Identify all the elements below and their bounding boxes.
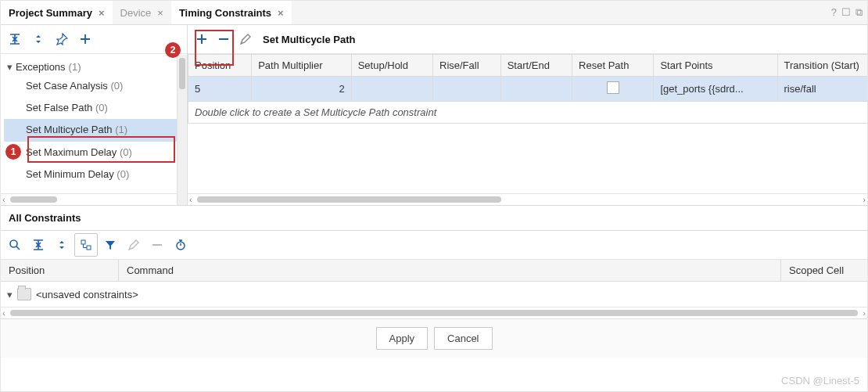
apply-button[interactable]: Apply xyxy=(376,327,429,350)
tree-mode-icon[interactable] xyxy=(74,233,98,257)
close-icon[interactable]: × xyxy=(278,8,284,18)
right-toolbar: Set Multicycle Path xyxy=(188,25,867,54)
collapse-all-icon[interactable] xyxy=(27,234,49,256)
add-icon[interactable] xyxy=(74,28,96,50)
right-title: Set Multicycle Path xyxy=(263,34,355,45)
unsaved-row[interactable]: ▾ <unsaved constraints> xyxy=(5,286,863,302)
cell-position[interactable]: 5 xyxy=(188,77,252,102)
pin-icon[interactable] xyxy=(51,28,73,50)
left-toolbar xyxy=(1,25,187,54)
svg-point-0 xyxy=(10,240,17,247)
tree-group-count: (1) xyxy=(69,61,81,73)
cell-startend[interactable] xyxy=(500,77,572,102)
tab-timing-constraints[interactable]: Timing Constraints × xyxy=(171,1,292,24)
watermark: CSDN @Linest-5 xyxy=(781,375,859,387)
folder-icon xyxy=(17,288,31,300)
col-position[interactable]: Position xyxy=(1,260,119,281)
tree-item-multicycle-path[interactable]: Set Multicycle Path (1) xyxy=(4,119,184,141)
help-icon[interactable]: ? xyxy=(831,6,837,19)
expand-all-icon[interactable] xyxy=(27,28,49,50)
bottom-toolbar xyxy=(1,231,867,260)
tab-label: Device xyxy=(120,7,152,19)
constraint-grid[interactable]: Position Path Multiplier Setup/Hold Rise… xyxy=(188,54,867,193)
tree-item-max-delay[interactable]: Set Maximum Delay (0) xyxy=(4,142,184,164)
left-pane: ▾ Exceptions (1) Set Case Analysis (0) S… xyxy=(1,25,188,205)
add-constraint-button[interactable] xyxy=(191,28,213,50)
col-position[interactable]: Position xyxy=(188,55,252,77)
tab-label: Timing Constraints xyxy=(179,7,271,19)
grid-header-row: Position Path Multiplier Setup/Hold Rise… xyxy=(188,55,868,77)
col-multiplier[interactable]: Path Multiplier xyxy=(252,55,352,77)
cell-transition[interactable]: rise/fall xyxy=(777,77,867,102)
col-transition-start[interactable]: Transition (Start) xyxy=(777,55,867,77)
cancel-button[interactable]: Cancel xyxy=(434,327,492,350)
restore-icon[interactable]: ⧉ xyxy=(855,6,863,19)
bottom-hscroll[interactable]: ‹› xyxy=(1,307,867,318)
svg-rect-1 xyxy=(81,240,85,244)
scroll-right-icon[interactable]: › xyxy=(863,308,866,318)
remove-constraint-button[interactable] xyxy=(213,28,235,50)
callout-2: 2 xyxy=(165,42,181,58)
scroll-left-icon[interactable]: ‹ xyxy=(2,308,5,318)
edit-icon xyxy=(123,234,145,256)
expand-all-icon[interactable] xyxy=(51,234,73,256)
right-pane: Set Multicycle Path Position Path Multip… xyxy=(188,25,867,205)
bottom-body: ▾ <unsaved constraints> xyxy=(1,282,867,307)
main-row: ▾ Exceptions (1) Set Case Analysis (0) S… xyxy=(1,25,867,206)
edit-constraint-button[interactable] xyxy=(235,28,256,50)
chevron-down-icon: ▾ xyxy=(7,61,13,73)
constraint-tree: ▾ Exceptions (1) Set Case Analysis (0) S… xyxy=(1,54,187,193)
button-row: Apply Cancel xyxy=(1,318,867,358)
search-icon[interactable] xyxy=(4,234,26,256)
callout-1: 1 xyxy=(5,144,21,160)
col-rise-fall[interactable]: Rise/Fall xyxy=(433,55,501,77)
col-start-points[interactable]: Start Points xyxy=(654,55,777,77)
hint-row[interactable]: Double click to create a Set Multicycle … xyxy=(188,102,868,124)
scroll-right-icon[interactable]: › xyxy=(863,195,866,204)
col-setup-hold[interactable]: Setup/Hold xyxy=(351,55,432,77)
close-icon[interactable]: × xyxy=(99,8,105,18)
tree-item-min-delay[interactable]: Set Minimum Delay (0) xyxy=(4,164,184,185)
tab-label: Project Summary xyxy=(9,7,92,19)
col-command[interactable]: Command xyxy=(119,260,781,281)
close-icon[interactable]: × xyxy=(157,8,163,18)
tabbar: Project Summary × Device × Timing Constr… xyxy=(1,1,867,25)
bottom-header-row: Position Command Scoped Cell xyxy=(1,260,867,282)
table-row[interactable]: 5 2 [get_ports {{sdrd... rise/fall xyxy=(188,77,868,102)
col-reset-path[interactable]: Reset Path xyxy=(572,55,654,77)
remove-icon xyxy=(146,234,168,256)
tree-item-false-path[interactable]: Set False Path (0) xyxy=(4,97,184,119)
all-constraints-title: All Constraints xyxy=(1,206,867,231)
bottom-pane: All Constraints Position Command Scoped … xyxy=(1,206,867,391)
scroll-left-icon[interactable]: ‹ xyxy=(189,195,192,204)
vertical-scrollbar[interactable] xyxy=(177,55,187,205)
chevron-down-icon[interactable]: ▾ xyxy=(7,289,13,300)
cell-multiplier[interactable]: 2 xyxy=(252,77,352,102)
maximize-icon[interactable]: ☐ xyxy=(841,6,851,19)
cell-setup[interactable] xyxy=(351,77,432,102)
left-hscroll[interactable]: ‹› xyxy=(1,193,187,205)
cell-risefall[interactable] xyxy=(433,77,501,102)
cell-startpoints[interactable]: [get_ports {{sdrd... xyxy=(654,77,777,102)
col-start-end[interactable]: Start/End xyxy=(500,55,572,77)
col-scoped[interactable]: Scoped Cell xyxy=(781,260,867,281)
tree-item-case-analysis[interactable]: Set Case Analysis (0) xyxy=(4,75,184,97)
tab-project-summary[interactable]: Project Summary × xyxy=(1,1,113,24)
hint-text: Double click to create a Set Multicycle … xyxy=(188,102,868,124)
cell-reset[interactable] xyxy=(572,77,654,102)
svg-rect-2 xyxy=(87,246,91,250)
collapse-all-icon[interactable] xyxy=(4,28,26,50)
right-hscroll[interactable]: ‹› xyxy=(188,193,867,205)
tree-group-label: Exceptions xyxy=(16,61,66,73)
filter-icon[interactable] xyxy=(99,234,121,256)
app-root: Project Summary × Device × Timing Constr… xyxy=(0,0,868,392)
window-controls: ? ☐ ⧉ xyxy=(831,6,867,19)
timer-icon[interactable] xyxy=(170,234,192,256)
unsaved-label: <unsaved constraints> xyxy=(36,289,138,300)
tab-device[interactable]: Device × xyxy=(113,1,171,24)
scroll-left-icon[interactable]: ‹ xyxy=(2,195,5,204)
checkbox-icon[interactable] xyxy=(607,81,619,94)
tree-group-exceptions[interactable]: ▾ Exceptions (1) xyxy=(4,59,184,75)
